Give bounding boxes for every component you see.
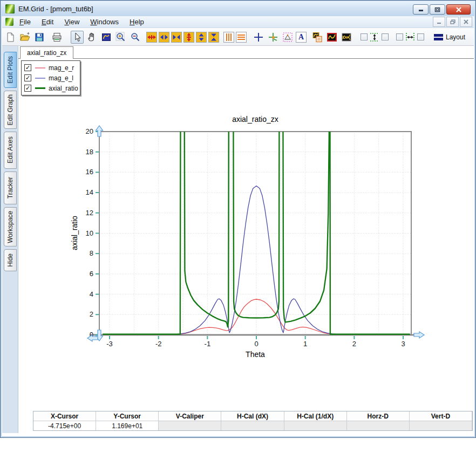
svg-text:16: 16 [86,168,93,176]
vertical-fit-right-checkbox[interactable] [382,33,389,40]
compress-x-button[interactable] [171,32,182,43]
select-tool-button[interactable] [71,31,84,44]
print-icon [51,32,62,43]
status-h-cal-dx-value [221,421,284,430]
text-annotation-button[interactable]: A [296,32,307,43]
restore-icon [434,7,440,12]
zoom-out-button[interactable] [129,31,142,44]
stretch-x-button[interactable] [159,32,169,43]
mdi-minimize-icon [437,19,441,24]
sidebar-tab-workspace[interactable]: Workspace [4,207,17,246]
horizontal-fit-group [396,32,424,43]
plot-page: axial_ratio_zx ✓ mag_e_r ✓ mag_e_l ✓ axi… [18,46,474,433]
svg-text:2: 2 [352,340,356,348]
mdi-close-icon [464,19,468,24]
menu-help[interactable]: Help [125,17,149,27]
close-button[interactable] [446,4,471,15]
mdi-restore-button[interactable] [446,17,459,27]
status-col-h-cal-1dx: H-Cal (1/dX) [284,411,347,421]
mdi-restore-icon [450,19,455,24]
svg-text:3: 3 [401,340,405,348]
horizontal-markers-icon [236,32,246,42]
legend-checkbox-axial-ratio[interactable]: ✓ [24,85,31,92]
plot-tab[interactable]: axial_ratio_zx [20,46,73,59]
x-axis-max-handle[interactable] [414,332,424,338]
sidebar-tab-tracker[interactable]: Tracker [4,171,17,204]
status-col-y-cursor: Y-Cursor [96,411,159,421]
restore-button[interactable] [430,4,445,15]
stretch-y-button[interactable] [196,32,207,43]
pan-tool-button[interactable] [85,31,98,44]
minimize-button[interactable] [413,4,429,15]
open-file-icon [19,32,30,43]
compress-y-button[interactable] [208,32,219,43]
status-h-cal-1dx-value [284,421,347,430]
save-icon [34,32,45,43]
sidebar-tab-edit-graph[interactable]: Edit Graph [4,91,17,129]
tab-bar: axial_ratio_zx [18,46,474,59]
svg-text:Theta: Theta [246,350,265,359]
legend-item: ✓ axial_ratio [24,83,77,93]
sidebar: Edit Plots Edit Graph Edit Axes Tracker … [2,46,18,433]
crosshair-button[interactable] [252,31,265,44]
plot-report-icon [312,32,323,43]
app-window: EM.Grid - [pmom_tut6b] File Edit View Wi… [0,0,476,438]
layout-label: Layout [446,33,465,41]
mdi-close-button[interactable] [460,17,472,27]
horizontal-fit-icon[interactable] [405,32,416,43]
text-annotation-icon: A [298,33,304,42]
sidebar-tab-hide[interactable]: Hide [4,249,17,271]
select-arrow-icon [72,32,83,43]
expand-x-button[interactable] [146,32,157,43]
crosshair-icon [253,32,264,43]
open-file-button[interactable] [18,31,31,44]
status-header-row: X-Cursor Y-Cursor V-Caliper H-Cal (dX) H… [33,411,472,421]
new-file-button[interactable] [4,31,17,44]
tracker-icon [268,32,278,43]
svg-text:1: 1 [303,340,307,348]
legend-checkbox-mag-e-r[interactable]: ✓ [24,64,31,71]
vertical-fit-left-checkbox[interactable] [361,33,368,40]
save-button[interactable] [33,31,46,44]
caliper-icon [282,32,293,43]
menu-file[interactable]: File [15,17,36,27]
mdi-minimize-button[interactable] [433,17,445,27]
layout-button[interactable]: Layout [434,33,465,42]
plot-chart[interactable]: -3-2-1012302468101214161820axial_ratio_z… [70,110,426,362]
expand-y-button[interactable] [183,32,194,43]
print-button[interactable] [50,31,63,44]
zoom-in-button[interactable] [114,31,127,44]
horizontal-fit-left-checkbox[interactable] [396,33,403,40]
autoscale-button[interactable] [100,31,113,44]
sidebar-tab-edit-plots[interactable]: Edit Plots [4,52,17,88]
vertical-fit-icon[interactable] [369,32,380,43]
legend-checkbox-mag-e-l[interactable]: ✓ [24,74,31,81]
tracker-button[interactable] [267,31,280,44]
horizontal-markers-button[interactable] [236,32,247,43]
sidebar-tab-edit-axes[interactable]: Edit Axes [4,132,17,169]
stretch-y-icon [196,32,206,42]
vertical-markers-button[interactable] [223,32,234,43]
caliper-button[interactable] [281,31,294,44]
menu-edit[interactable]: Edit [37,17,58,27]
status-col-v-caliper: V-Caliper [159,411,221,421]
status-vert-d-value [410,421,472,430]
zoom-out-icon [130,32,141,43]
status-v-caliper-value [159,421,221,430]
document-icon[interactable] [5,18,13,26]
legend-swatch-mag-e-l [35,78,45,79]
plot-report-button[interactable] [311,31,324,44]
svg-text:18: 18 [86,148,93,156]
overlay-plots-button[interactable] [340,31,353,44]
horizontal-fit-right-checkbox[interactable] [417,33,424,40]
svg-text:0: 0 [254,340,258,348]
status-x-cursor-value: -4.715e+00 [33,421,96,430]
title-bar[interactable]: EM.Grid - [pmom_tut6b] [1,1,475,16]
menu-view[interactable]: View [59,17,84,27]
compress-x-icon [172,32,181,42]
compress-y-icon [209,32,219,42]
plot-window-button[interactable] [325,31,338,44]
status-horz-d-value [347,421,410,430]
svg-text:2: 2 [90,310,93,318]
menu-windows[interactable]: Windows [85,17,124,27]
